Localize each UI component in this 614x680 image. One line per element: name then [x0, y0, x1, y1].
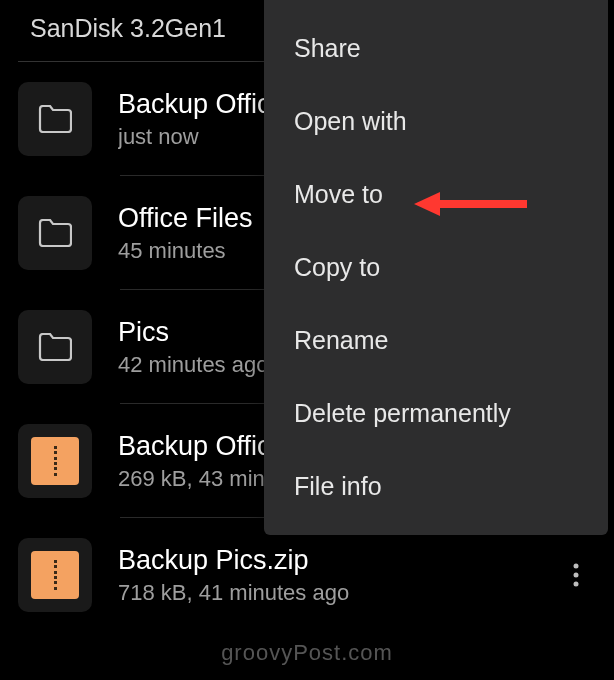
menu-item-file-info[interactable]: File info — [264, 450, 608, 523]
context-menu: Share Open with Move to Copy to Rename D… — [264, 0, 608, 535]
svg-point-1 — [574, 573, 579, 578]
menu-item-delete-permanently[interactable]: Delete permanently — [264, 377, 608, 450]
folder-icon — [18, 310, 92, 384]
menu-item-share[interactable]: Share — [264, 12, 608, 85]
folder-icon — [18, 82, 92, 156]
file-meta: 718 kB, 41 minutes ago — [118, 580, 530, 606]
menu-item-open-with[interactable]: Open with — [264, 85, 608, 158]
more-vertical-icon — [573, 563, 579, 587]
zip-icon — [18, 424, 92, 498]
svg-point-2 — [574, 582, 579, 587]
zip-icon — [18, 538, 92, 612]
menu-item-move-to[interactable]: Move to — [264, 158, 608, 231]
svg-point-0 — [574, 564, 579, 569]
more-options-button[interactable] — [556, 555, 596, 595]
menu-item-rename[interactable]: Rename — [264, 304, 608, 377]
menu-item-copy-to[interactable]: Copy to — [264, 231, 608, 304]
watermark: groovyPost.com — [221, 640, 393, 666]
folder-icon — [18, 196, 92, 270]
file-info: Backup Pics.zip 718 kB, 41 minutes ago — [118, 545, 530, 606]
file-name: Backup Pics.zip — [118, 545, 530, 576]
list-item[interactable]: Backup Pics.zip 718 kB, 41 minutes ago — [0, 518, 614, 632]
